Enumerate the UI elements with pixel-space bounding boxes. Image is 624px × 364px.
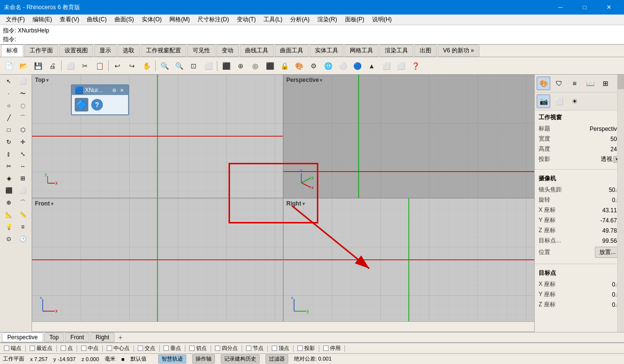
toolbar-tab-3[interactable]: 显示 [94, 45, 116, 57]
sb-checkbox-停用[interactable] [323, 346, 328, 351]
ib-record[interactable]: 记录建构历史 [221, 354, 260, 364]
toolbar-tab-13[interactable]: 出图 [414, 45, 437, 57]
surface-tool[interactable]: ◈ [2, 173, 16, 184]
toolbar-tab-9[interactable]: 曲面工具 [275, 45, 309, 57]
select-tool[interactable]: ↖ [2, 76, 16, 87]
zoom-win-button[interactable]: ⬜ [201, 59, 215, 73]
rp-layers-icon[interactable]: ≡ [568, 77, 581, 90]
vp-tab-right[interactable]: Right [90, 332, 115, 342]
sb-checkbox-交点[interactable] [138, 346, 143, 351]
maximize-button[interactable]: □ [574, 0, 596, 15]
undo-button[interactable]: ↩ [111, 59, 124, 73]
analyze-tool[interactable]: 📐 [2, 209, 16, 221]
ib-gumball[interactable]: 操作轴 [192, 354, 215, 364]
tool-11[interactable]: ▲ [365, 59, 378, 73]
print-button[interactable]: 🖨 [46, 59, 59, 73]
layer-tool[interactable]: ≡ [16, 221, 30, 233]
toolbar-tab-12[interactable]: 渲染工具 [379, 45, 413, 57]
extrude-tool[interactable]: ⬜ [16, 185, 30, 196]
boolean-tool[interactable]: ⊕ [2, 197, 16, 208]
tool-13[interactable]: ⬜ [394, 59, 408, 73]
mesh-tool[interactable]: ⊞ [16, 173, 30, 184]
vp-tab-front[interactable]: Front [65, 332, 89, 342]
sb-checkbox-点[interactable] [61, 346, 66, 351]
viewport-top[interactable]: Top ▾ 🟦 XNur... ⚙ ✕ [32, 75, 283, 198]
rp-book-icon[interactable]: 📖 [583, 77, 597, 90]
tool-6[interactable]: 🎨 [292, 59, 306, 73]
close-button[interactable]: ✕ [598, 0, 620, 15]
vp-tab-perspective[interactable]: Perspective [2, 332, 43, 342]
zoom-in-button[interactable]: 🔍 [158, 59, 171, 73]
menu-item-M[interactable]: 网格(M) [165, 15, 194, 25]
move-tool[interactable]: ✛ [16, 136, 30, 148]
sb-item-切点[interactable]: 切点 [187, 345, 209, 352]
vp-perspective-arrow[interactable]: ▾ [320, 78, 322, 83]
dimension-tool[interactable]: 📏 [16, 209, 30, 221]
sb-checkbox-最近点[interactable] [30, 346, 35, 351]
sb-checkbox-中点[interactable] [81, 346, 86, 351]
toolbar-tab-6[interactable]: 可见性 [187, 45, 215, 57]
solid-tool[interactable]: ⬛ [2, 185, 16, 196]
rp-position-button[interactable]: 放置... [595, 247, 620, 258]
scale-tool[interactable]: ⤡ [16, 148, 30, 160]
menu-item-R[interactable]: 渲染(R) [313, 15, 341, 25]
curve-tool[interactable]: 〜 [16, 88, 30, 99]
vp-right-arrow[interactable]: ▾ [302, 201, 305, 206]
vp-front-arrow[interactable]: ▾ [51, 201, 53, 206]
tool-1[interactable]: ⬛ [219, 59, 233, 73]
rp-camera-icon[interactable]: 📷 [537, 95, 550, 108]
toolbar-tab-1[interactable]: 工作平面 [24, 45, 58, 57]
mirror-tool[interactable]: ⫿ [2, 148, 16, 160]
select2-tool[interactable]: ⬜ [16, 76, 30, 87]
tool-9[interactable]: ⚪ [336, 59, 349, 73]
redo-button[interactable]: ↪ [125, 59, 139, 73]
rp-frame-icon[interactable]: ⬜ [552, 95, 566, 108]
rp-grid-icon[interactable]: ⊞ [599, 77, 612, 90]
open-button[interactable]: 📂 [16, 59, 30, 73]
sb-checkbox-顶点[interactable] [272, 346, 277, 351]
menu-item-O[interactable]: 实体(O) [138, 15, 165, 25]
vp-tab-top[interactable]: Top [44, 332, 64, 342]
point-tool[interactable]: · [2, 88, 16, 99]
tool-5[interactable]: 🔒 [278, 59, 291, 73]
sb-checkbox-端点[interactable] [4, 346, 9, 351]
minimize-button[interactable]: ─ [549, 0, 572, 15]
tool-7[interactable]: ⚙ [307, 59, 320, 73]
menu-item-C[interactable]: 曲线(C) [83, 15, 111, 25]
toolbar-tab-8[interactable]: 曲线工具 [240, 45, 274, 57]
vp-top-arrow[interactable]: ▾ [46, 78, 49, 83]
sb-item-节点[interactable]: 节点 [244, 345, 265, 352]
tool-8[interactable]: 🌐 [321, 59, 335, 73]
xnurbs-tool-icon[interactable]: 🔷 [75, 98, 88, 111]
tool-10[interactable]: 🔵 [350, 59, 364, 73]
cut-icon[interactable]: ✂ [78, 59, 92, 73]
xnurbs-close-button[interactable]: ✕ [118, 87, 125, 94]
xnurbs-gear-button[interactable]: ⚙ [111, 87, 117, 94]
render-tool[interactable]: 💡 [2, 221, 16, 233]
copy-icon[interactable]: ⬜ [64, 59, 77, 73]
fillet-tool[interactable]: ⌒ [16, 197, 30, 208]
viewport-front[interactable]: Front ▾ x z [32, 198, 283, 321]
zoom-out-button[interactable]: 🔍 [172, 59, 186, 73]
save-button[interactable]: 💾 [31, 59, 45, 73]
new-button[interactable]: 📄 [2, 59, 16, 73]
sb-checkbox-投影[interactable] [297, 346, 303, 351]
circle-tool[interactable]: ○ [2, 100, 16, 111]
tool-3[interactable]: ◎ [248, 59, 262, 73]
menu-item-L[interactable]: 工具(L) [260, 15, 286, 25]
menu-item-T[interactable]: 变动(T) [233, 15, 260, 25]
tool-4[interactable]: ⬛ [263, 59, 277, 73]
paste-icon[interactable]: 📋 [93, 59, 106, 73]
scrollbar-thumb[interactable] [618, 75, 624, 89]
toolbar-tab-4[interactable]: 选取 [117, 45, 140, 57]
polyline-tool[interactable]: ⌒ [16, 112, 30, 124]
sb-item-中点[interactable]: 中点 [79, 345, 100, 352]
sb-checkbox-四分点[interactable] [215, 346, 220, 351]
rp-sun-icon[interactable]: ☀ [568, 95, 581, 108]
viewport-right[interactable]: Right ▾ y z [283, 198, 534, 321]
rp-shield-icon[interactable]: 🛡 [552, 77, 566, 90]
right-panel-scrollbar[interactable] [617, 75, 624, 332]
menu-item-A[interactable]: 分析(A) [286, 15, 313, 25]
toolbar-tab-0[interactable]: 标准 [1, 45, 23, 57]
sb-checkbox-节点[interactable] [246, 346, 251, 351]
